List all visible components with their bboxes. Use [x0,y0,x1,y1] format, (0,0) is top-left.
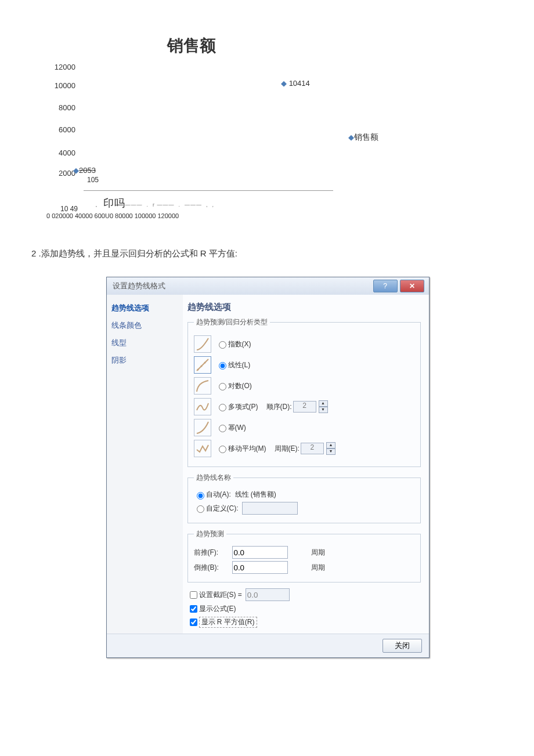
polynomial-label: 多项式(P) [228,402,258,412]
diamond-icon: ◆ [348,133,354,142]
forward-unit: 周期 [311,548,325,558]
polynomial-radio[interactable] [219,404,226,411]
logarithmic-radio[interactable] [219,383,226,390]
artifact-text: 。 印吗——— . r ——— . ——— , , [95,196,214,210]
poly-order-label: 顺序(D): [266,402,292,412]
backward-label: 倒推(B): [194,563,229,573]
svg-point-1 [197,369,199,371]
logarithmic-label: 对数(O) [228,381,252,391]
dialog-sidebar: 趋势线选项 线条颜色 线型 阴影 [107,295,183,634]
poly-order-spinner[interactable]: ▲▼ [319,400,328,413]
group-legend: 趋势预测/回归分析类型 [194,317,270,327]
sidebar-item-line-color[interactable]: 线条颜色 [111,320,178,331]
custom-name-radio[interactable] [197,505,204,513]
intercept-input[interactable] [246,588,290,601]
x-label-105: 105 [87,176,99,184]
show-r2-checkbox[interactable] [190,618,197,626]
show-equation-checkbox[interactable] [190,605,197,613]
svg-point-3 [204,362,205,364]
poly-order-input[interactable]: 2 [293,401,316,413]
logarithmic-icon [194,377,211,395]
dialog-title: 设置趋势线格式 [113,281,371,291]
data-label-2: ◆ 10414 [281,79,310,88]
exponential-label: 指数(X) [228,339,251,349]
linear-icon [194,356,211,374]
sidebar-item-shadow[interactable]: 阴影 [111,355,178,366]
y-tick: 12000 [46,63,75,71]
auto-name-radio[interactable] [197,492,204,500]
svg-point-2 [200,366,202,367]
forward-label: 前推(F): [194,548,229,558]
mavg-period-input[interactable]: 2 [301,443,324,454]
chart-legend: ◆销售额 [348,132,378,143]
power-label: 幂(W) [228,423,246,433]
group-legend: 趋势预测 [194,529,226,539]
backward-input[interactable] [232,561,288,574]
set-intercept-label: 设置截距(S) = [199,590,242,600]
chart-title: 销售额 [70,35,313,57]
moving-average-radio[interactable] [219,446,226,453]
y-tick: 2000 [46,169,75,178]
auto-name-label: 自动(A): [206,490,231,500]
y-tick: 4000 [46,149,75,157]
backward-unit: 周期 [311,563,325,573]
help-button[interactable]: ? [373,280,398,292]
sidebar-item-line-style[interactable]: 线型 [111,338,178,348]
close-button[interactable]: ✕ [400,280,424,292]
show-r2-label: 显示 R 平方值(R) [199,617,257,628]
forecast-group: 趋势预测 前推(F): 周期 倒推(B): 周期 [187,529,421,583]
diamond-icon: ◆ [281,79,287,88]
moving-average-icon [194,440,211,457]
auto-name-value: 线性 (销售额) [235,490,276,500]
show-equation-label: 显示公式(E) [199,604,236,614]
y-tick: 6000 [46,125,75,134]
linear-radio[interactable] [219,362,226,370]
sidebar-item-trendline-options[interactable]: 趋势线选项 [111,303,178,313]
y-tick: 10000 [46,81,75,90]
regression-type-group: 趋势预测/回归分析类型 指数(X) 线性(L) [187,317,421,467]
forward-input[interactable] [232,546,288,559]
y-tick: 8000 [46,103,75,112]
trendline-format-dialog: 设置趋势线格式 ? ✕ 趋势线选项 线条颜色 线型 阴影 趋势线选项 趋势预测/… [106,277,430,658]
sales-chart: 销售额 12000 10000 8000 6000 4000 2000 ◆205… [35,35,511,225]
x-tick-row-2: 0 020000 40000 600U0 80000 100000 120000 [46,212,179,219]
moving-average-label: 移动平均(M) [228,444,266,454]
data-label-1: ◆2053 [73,166,96,175]
polynomial-icon [194,398,211,415]
exponential-icon [194,335,211,353]
step-caption: 2 .添加趋势线，并且显示回归分析的公式和 R 平方值: [31,248,511,259]
power-icon [194,419,211,436]
trendline-name-group: 趋势线名称 自动(A): 线性 (销售额) 自定义(C): [187,473,421,523]
group-legend: 趋势线名称 [194,473,233,483]
exponential-radio[interactable] [219,341,226,349]
dialog-close-button[interactable]: 关闭 [383,639,422,653]
custom-name-label: 自定义(C): [206,504,239,513]
set-intercept-checkbox[interactable] [190,591,197,599]
panel-heading: 趋势线选项 [187,302,421,313]
dialog-titlebar[interactable]: 设置趋势线格式 ? ✕ [107,277,429,295]
plot-area: ◆2053 105 ◆ 10414 。 印吗——— . r ——— . ——— … [84,63,333,191]
mavg-period-label: 周期(E): [275,444,300,454]
power-radio[interactable] [219,425,226,432]
x-tick-row-1: 10 49 [60,205,78,213]
mavg-period-spinner[interactable]: ▲▼ [326,442,335,455]
custom-name-input[interactable] [242,502,298,515]
diamond-icon: ◆ [73,166,79,175]
linear-label: 线性(L) [228,360,251,370]
